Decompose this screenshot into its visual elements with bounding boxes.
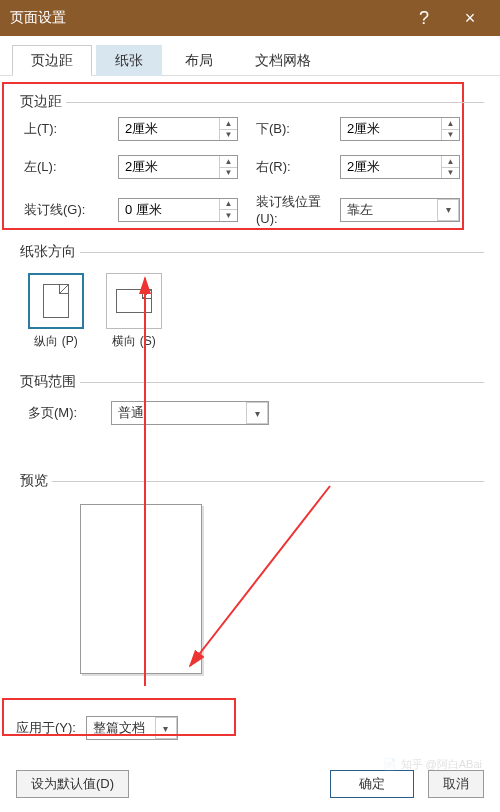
chevron-down-icon: ▾ bbox=[246, 402, 268, 424]
landscape-icon bbox=[106, 273, 162, 329]
landscape-label: 横向 (S) bbox=[112, 334, 155, 348]
window-title: 页面设置 bbox=[10, 9, 66, 27]
margins-group: 页边距 上(T): ▲▼ 下(B): ▲▼ 左(L): ▲▼ 右(R): ▲▼ bbox=[16, 102, 484, 238]
tab-bar: 页边距 纸张 布局 文档网格 bbox=[0, 36, 500, 76]
apply-to-select[interactable]: 整篇文档 ▾ bbox=[86, 716, 178, 740]
tab-paper[interactable]: 纸张 bbox=[96, 45, 162, 76]
multi-pages-value: 普通 bbox=[112, 404, 246, 422]
chevron-down-icon: ▾ bbox=[155, 717, 177, 739]
source-watermark: 📄 知乎 @阿白ABai bbox=[383, 757, 482, 772]
preview-legend: 预览 bbox=[16, 472, 52, 490]
bottom-margin-input[interactable] bbox=[341, 118, 441, 140]
pages-group: 页码范围 多页(M): 普通 ▾ bbox=[16, 382, 484, 441]
apply-to-label: 应用于(Y): bbox=[16, 719, 76, 737]
portrait-label: 纵向 (P) bbox=[34, 334, 77, 348]
spin-down-icon[interactable]: ▼ bbox=[220, 168, 237, 179]
gutter-pos-value: 靠左 bbox=[341, 201, 437, 219]
top-margin-label: 上(T): bbox=[24, 120, 112, 138]
window-controls: ? × bbox=[404, 0, 490, 36]
margins-legend: 页边距 bbox=[16, 93, 66, 111]
spin-down-icon[interactable]: ▼ bbox=[220, 130, 237, 141]
spin-down-icon[interactable]: ▼ bbox=[442, 168, 459, 179]
orientation-group: 纸张方向 纵向 (P) 横向 (S) bbox=[16, 252, 484, 368]
orientation-portrait[interactable]: 纵向 (P) bbox=[28, 273, 84, 350]
apply-to-value: 整篇文档 bbox=[87, 719, 155, 737]
preview-group: 预览 bbox=[16, 481, 484, 686]
cancel-button[interactable]: 取消 bbox=[428, 770, 484, 798]
bottom-margin-spinner[interactable]: ▲▼ bbox=[340, 117, 460, 141]
left-margin-input[interactable] bbox=[119, 156, 219, 178]
spin-up-icon[interactable]: ▲ bbox=[442, 118, 459, 130]
preview-page-icon bbox=[80, 504, 202, 674]
chevron-down-icon: ▾ bbox=[437, 199, 459, 221]
help-button[interactable]: ? bbox=[404, 0, 444, 36]
bottom-margin-label: 下(B): bbox=[244, 120, 334, 138]
zhihu-logo-icon: 📄 bbox=[383, 758, 397, 771]
multi-pages-select[interactable]: 普通 ▾ bbox=[111, 401, 269, 425]
spin-down-icon[interactable]: ▼ bbox=[442, 130, 459, 141]
portrait-icon bbox=[28, 273, 84, 329]
pages-legend: 页码范围 bbox=[16, 373, 80, 391]
left-margin-label: 左(L): bbox=[24, 158, 112, 176]
gutter-spinner[interactable]: ▲▼ bbox=[118, 198, 238, 222]
spin-down-icon[interactable]: ▼ bbox=[220, 210, 237, 221]
apply-to-row: 应用于(Y): 整篇文档 ▾ bbox=[16, 716, 484, 740]
dialog-body: 页边距 上(T): ▲▼ 下(B): ▲▼ 左(L): ▲▼ 右(R): ▲▼ bbox=[0, 76, 500, 812]
tab-layout[interactable]: 布局 bbox=[166, 45, 232, 76]
spin-up-icon[interactable]: ▲ bbox=[220, 199, 237, 211]
multi-pages-label: 多页(M): bbox=[28, 404, 77, 422]
left-margin-spinner[interactable]: ▲▼ bbox=[118, 155, 238, 179]
dialog-footer: 设为默认值(D) 确定 取消 bbox=[16, 770, 484, 798]
titlebar: 页面设置 ? × bbox=[0, 0, 500, 36]
gutter-pos-label: 装订线位置(U): bbox=[244, 193, 334, 226]
right-margin-spinner[interactable]: ▲▼ bbox=[340, 155, 460, 179]
spin-up-icon[interactable]: ▲ bbox=[220, 118, 237, 130]
set-default-button[interactable]: 设为默认值(D) bbox=[16, 770, 129, 798]
right-margin-input[interactable] bbox=[341, 156, 441, 178]
orientation-legend: 纸张方向 bbox=[16, 243, 80, 261]
gutter-input[interactable] bbox=[119, 199, 219, 221]
close-button[interactable]: × bbox=[450, 0, 490, 36]
gutter-label: 装订线(G): bbox=[24, 201, 112, 219]
ok-button[interactable]: 确定 bbox=[330, 770, 414, 798]
top-margin-input[interactable] bbox=[119, 118, 219, 140]
right-margin-label: 右(R): bbox=[244, 158, 334, 176]
spin-up-icon[interactable]: ▲ bbox=[442, 156, 459, 168]
tab-margins[interactable]: 页边距 bbox=[12, 45, 92, 76]
gutter-pos-select[interactable]: 靠左 ▾ bbox=[340, 198, 460, 222]
top-margin-spinner[interactable]: ▲▼ bbox=[118, 117, 238, 141]
orientation-landscape[interactable]: 横向 (S) bbox=[106, 273, 162, 350]
tab-grid[interactable]: 文档网格 bbox=[236, 45, 330, 76]
spin-up-icon[interactable]: ▲ bbox=[220, 156, 237, 168]
